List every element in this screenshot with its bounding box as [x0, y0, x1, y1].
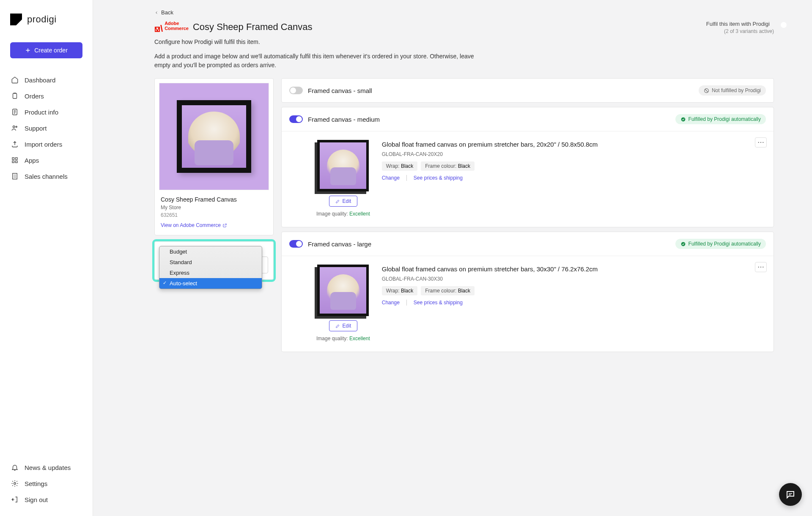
quality-value: Excellent — [349, 211, 370, 217]
more-button[interactable]: ⋯ — [755, 262, 767, 272]
shipping-option-standard[interactable]: Standard — [159, 257, 262, 268]
svg-rect-5 — [16, 158, 18, 160]
bell-icon — [11, 464, 19, 471]
variant-sku: GLOBAL-FRA-CAN-20X20 — [382, 151, 765, 157]
variant-title: Framed canvas - medium — [308, 116, 380, 123]
chat-icon — [785, 489, 796, 500]
nav-signout[interactable]: Sign out — [3, 491, 89, 508]
svg-point-3 — [16, 126, 17, 128]
svg-rect-7 — [16, 161, 18, 163]
variant-product-name: Global float framed canvas on premium st… — [382, 265, 765, 273]
create-order-button[interactable]: Create order — [10, 42, 82, 58]
divider — [406, 300, 407, 306]
nav-support[interactable]: Support — [3, 120, 89, 136]
nav-product-info[interactable]: Product info — [3, 104, 89, 120]
adobe-commerce-logo: ⟏\AdobeCommerce — [154, 21, 189, 33]
header-row: ⟏\AdobeCommerce Cosy Sheep Framed Canvas… — [154, 21, 774, 34]
frame-chip: Frame colour: Black — [421, 161, 475, 171]
shipping-option-express[interactable]: Express — [159, 268, 262, 278]
nav-orders[interactable]: Orders — [3, 88, 89, 104]
view-link-label: View on Adobe Commerce — [161, 222, 221, 228]
sidebar: prodigi Create order Dashboard Orders Pr… — [0, 0, 93, 516]
nav-label: Apps — [25, 157, 39, 164]
svg-point-11 — [681, 117, 685, 121]
variant-product-name: Global float framed canvas on premium st… — [382, 140, 765, 149]
nav-settings[interactable]: Settings — [3, 475, 89, 491]
variant-card-large: Framed canvas - large Fulfilled by Prodi… — [281, 232, 774, 352]
quality-label: Image quality: — [316, 211, 348, 217]
badge-text: Fulfilled by Prodigi automatically — [689, 241, 761, 247]
nav-label: Sales channels — [25, 173, 68, 180]
variant-toggle[interactable] — [289, 240, 303, 248]
edit-button[interactable]: Edit — [329, 196, 358, 207]
variant-details: Global float framed canvas on premium st… — [382, 140, 765, 217]
attribute-chips: Wrap: Black Frame colour: Black — [382, 286, 765, 295]
nav-label: Dashboard — [25, 76, 55, 84]
variant-card-medium: Framed canvas - medium Fulfilled by Prod… — [281, 107, 774, 227]
variant-thumbnail — [317, 265, 369, 316]
change-link[interactable]: Change — [382, 300, 400, 306]
nav-apps[interactable]: Apps — [3, 152, 89, 168]
variant-head: Framed canvas - small Not fulfilled by P… — [282, 79, 774, 102]
chat-fab[interactable] — [779, 483, 802, 506]
grid-icon — [11, 156, 19, 164]
content-row: Cosy Sheep Framed Canvas My Store 632651… — [154, 78, 774, 352]
svg-point-2 — [13, 126, 15, 128]
view-on-platform-link[interactable]: View on Adobe Commerce — [159, 222, 229, 228]
prices-link[interactable]: See prices & shipping — [414, 300, 463, 306]
nav-sales-channels[interactable]: Sales channels — [3, 168, 89, 184]
svg-rect-6 — [12, 161, 14, 163]
nav-label: Support — [25, 125, 47, 132]
fulfil-label: Fulfil this item with Prodigi — [706, 21, 770, 27]
fulfil-sub: (2 of 3 variants active) — [706, 28, 774, 34]
prices-link[interactable]: See prices & shipping — [414, 175, 463, 181]
gear-icon — [11, 480, 19, 487]
edit-label: Edit — [343, 323, 351, 329]
variant-details: Global float framed canvas on premium st… — [382, 265, 765, 341]
action-links: Change See prices & shipping — [382, 300, 765, 306]
nav-news[interactable]: News & updates — [3, 459, 89, 475]
svg-point-12 — [681, 242, 685, 246]
nav-label: Product info — [25, 109, 58, 116]
shipping-option-budget[interactable]: Budget — [159, 246, 262, 257]
variant-toggle[interactable] — [289, 87, 303, 94]
prodigi-logo-icon — [10, 14, 22, 25]
subtext-1: Configure how Prodigi will fulfil this i… — [154, 38, 774, 45]
edit-icon — [335, 324, 340, 328]
home-icon — [11, 76, 19, 84]
check-circle-icon — [680, 241, 686, 247]
plus-icon — [25, 47, 31, 53]
nav-list: Dashboard Orders Product info Support Im… — [0, 68, 93, 456]
signout-icon — [11, 496, 19, 503]
change-link[interactable]: Change — [382, 175, 400, 181]
image-quality: Image quality: Excellent — [316, 336, 370, 341]
back-link[interactable]: Back — [154, 9, 774, 16]
variant-badge: Not fulfilled by Prodigi — [699, 85, 766, 96]
nav-label: Settings — [25, 480, 47, 487]
external-link-icon — [222, 223, 227, 228]
svg-rect-4 — [12, 158, 14, 160]
nav-label: News & updates — [25, 464, 71, 471]
badge-text: Not fulfilled by Prodigi — [712, 87, 761, 93]
chevron-left-icon — [154, 11, 159, 15]
product-card: Cosy Sheep Framed Canvas My Store 632651… — [154, 78, 274, 235]
shipping-option-auto-select[interactable]: Auto-select — [159, 278, 262, 289]
variant-badge: Fulfilled by Prodigi automatically — [675, 239, 766, 249]
image-quality: Image quality: Excellent — [316, 211, 370, 217]
product-name: Cosy Sheep Framed Canvas — [159, 196, 269, 203]
nav-dashboard[interactable]: Dashboard — [3, 72, 89, 88]
variant-toggle[interactable] — [289, 115, 303, 123]
quality-label: Image quality: — [316, 336, 348, 341]
check-circle-icon — [680, 117, 686, 122]
svg-rect-8 — [13, 173, 17, 179]
back-label: Back — [161, 9, 173, 16]
block-icon — [704, 88, 709, 93]
edit-button[interactable]: Edit — [329, 320, 358, 331]
more-button[interactable]: ⋯ — [755, 137, 767, 147]
store-name: My Store — [159, 205, 269, 210]
nav-import-orders[interactable]: Import orders — [3, 136, 89, 152]
divider — [406, 175, 407, 181]
variant-card-small: Framed canvas - small Not fulfilled by P… — [281, 78, 774, 103]
variant-thumbnail — [317, 140, 369, 191]
quality-value: Excellent — [349, 336, 370, 341]
